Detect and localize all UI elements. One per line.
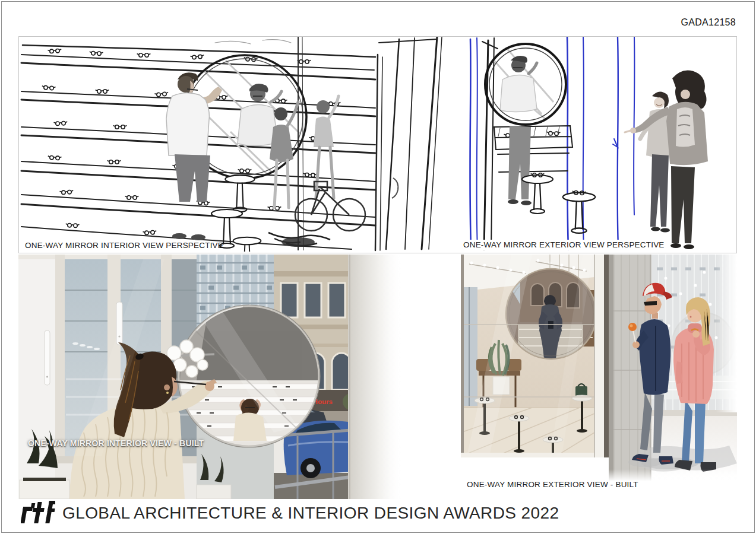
exterior-mirror-reflection-man	[500, 56, 537, 112]
exterior-sketch	[470, 37, 708, 249]
sketch-panel: ONE-WAY MIRROR INTERIOR VIEW PERSPECTIVE…	[18, 36, 737, 253]
perspective-sketches-canvas	[19, 37, 735, 252]
caption-exterior-perspective: ONE-WAY MIRROR EXTERIOR VIEW PERSPECTIVE	[461, 240, 667, 250]
passersby-sketch	[268, 96, 398, 247]
interior-built-photo: Open 24 Hours CVS/P	[18, 255, 401, 499]
caption-interior-perspective: ONE-WAY MIRROR INTERIOR VIEW PERSPECTIVE	[25, 241, 223, 250]
exterior-mirror-sketch	[485, 44, 566, 127]
window-mullion	[594, 255, 604, 457]
submission-code: GADA12158	[681, 17, 736, 28]
rtf-logo-icon	[21, 501, 55, 526]
exterior-built-canvas	[461, 255, 737, 481]
caption-exterior-built: ONE-WAY MIRROR EXTERIOR VIEW - BUILT	[467, 480, 638, 489]
interior-built-canvas: Open 24 Hours CVS/P	[18, 255, 401, 499]
blue-glazing-lines	[470, 37, 634, 249]
exterior-man-legs	[508, 126, 532, 205]
footer: GLOBAL ARCHITECTURE & INTERIOR DESIGN AW…	[21, 499, 559, 527]
award-title: GLOBAL ARCHITECTURE & INTERIOR DESIGN AW…	[62, 504, 559, 523]
caption-interior-built: ONE-WAY MIRROR INTERIOR VIEW - BUILT	[28, 438, 204, 448]
counter-sketch	[494, 126, 572, 172]
interior-sketch	[21, 37, 442, 252]
stool-tables-left	[211, 175, 261, 252]
onlookers-pair	[625, 71, 708, 249]
presentation-board: GADA12158	[1, 1, 755, 533]
exterior-built-photo: ONE-WAY MIRROR EXTERIOR VIEW - BUILT	[461, 255, 737, 499]
